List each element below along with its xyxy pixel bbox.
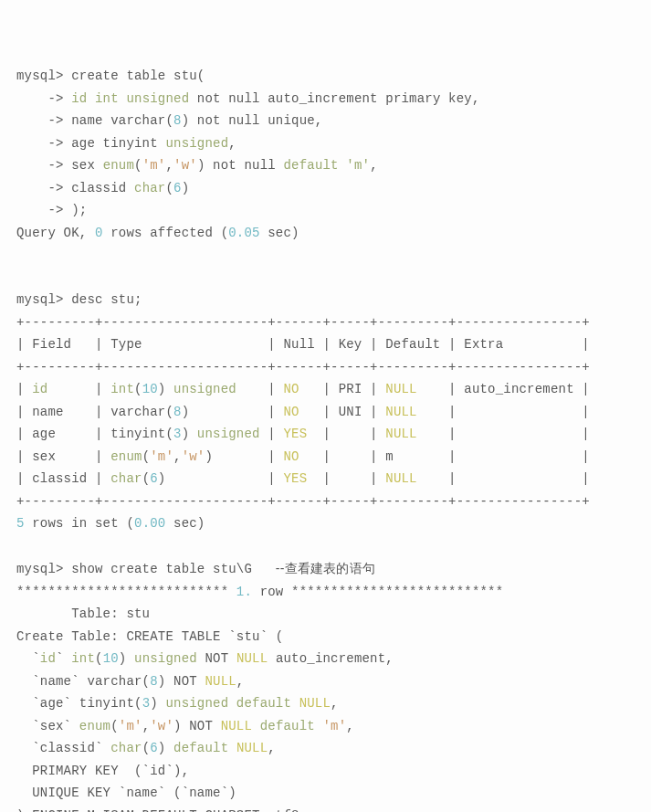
terminal-output: mysql> create table stu( -> id int unsig… xyxy=(16,65,635,812)
line: -> age tinyint unsigned, xyxy=(16,136,236,151)
table-row: | sex | enum('m','w') | NO | | m | | xyxy=(16,449,590,464)
line: `sex` enum('m','w') NOT NULL default 'm'… xyxy=(16,719,354,733)
line: ) ENGINE=MyISAM DEFAULT CHARSET=utf8 xyxy=(16,808,299,813)
line: -> classid char(6) xyxy=(16,181,189,195)
query-ok: Query OK, 0 rows affected (0.05 sec) xyxy=(16,226,299,240)
line: Create Table: CREATE TABLE `stu` ( xyxy=(16,629,283,644)
line: -> name varchar(8) not null unique, xyxy=(16,113,322,128)
line: `id` int(10) unsigned NOT NULL auto_incr… xyxy=(16,651,394,666)
table-row: | name | varchar(8) | NO | UNI | NULL | … xyxy=(16,405,590,419)
line: -> id int unsigned not null auto_increme… xyxy=(16,91,480,106)
line: mysql> create table stu( xyxy=(16,69,205,83)
line: Table: stu xyxy=(16,606,150,621)
table-row: | classid | char(6) | YES | | NULL | | xyxy=(16,471,590,486)
table-border: +---------+---------------------+------+… xyxy=(16,494,590,509)
line: -> ); xyxy=(16,203,87,217)
line: UNIQUE KEY `name` (`name`) xyxy=(16,786,236,800)
line: mysql> show create table stu\G --查看建表的语句 xyxy=(16,562,375,576)
table-row: | id | int(10) unsigned | NO | PRI | NUL… xyxy=(16,382,590,396)
line: `age` tinyint(3) unsigned default NULL, xyxy=(16,696,339,711)
table-row: | age | tinyint(3) unsigned | YES | | NU… xyxy=(16,427,590,441)
table-border: +---------+---------------------+------+… xyxy=(16,360,590,374)
result-footer: 5 rows in set (0.00 sec) xyxy=(16,516,205,531)
line: -> sex enum('m','w') not null default 'm… xyxy=(16,158,378,173)
table-header: | Field | Type | Null | Key | Default | … xyxy=(16,337,590,352)
line: PRIMARY KEY (`id`), xyxy=(16,764,189,778)
table-border: +---------+---------------------+------+… xyxy=(16,315,590,330)
line: mysql> desc stu; xyxy=(16,292,142,307)
line: `classid` char(6) default NULL, xyxy=(16,741,276,755)
line: `name` varchar(8) NOT NULL, xyxy=(16,674,244,689)
row-separator: *************************** 1. row *****… xyxy=(16,585,503,599)
